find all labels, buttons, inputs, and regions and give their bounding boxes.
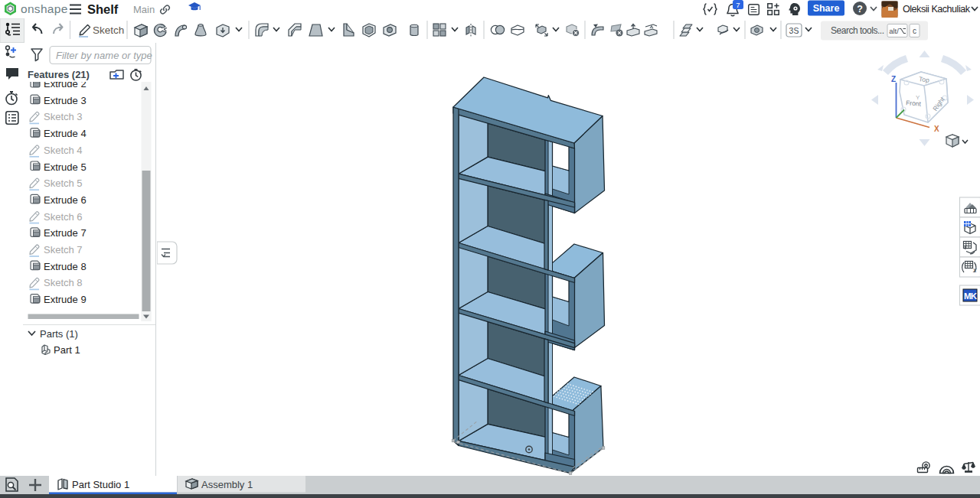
svg-text:Top: Top	[919, 75, 930, 84]
svg-text:Extrude 9: Extrude 9	[44, 294, 87, 305]
svg-text:Main: Main	[133, 4, 155, 15]
svg-text:Extrude 6: Extrude 6	[44, 194, 87, 206]
svg-text:Oleksii Kachuliak: Oleksii Kachuliak	[903, 4, 971, 15]
svg-text:Shelf: Shelf	[87, 2, 119, 16]
svg-text:Sketch: Sketch	[93, 24, 124, 36]
svg-text:Parts (1): Parts (1)	[40, 328, 78, 340]
svg-text:alt/: alt/	[889, 27, 899, 35]
svg-text:Features (21): Features (21)	[28, 69, 90, 80]
svg-text:Sketch 7: Sketch 7	[44, 244, 83, 256]
svg-text:Assembly 1: Assembly 1	[201, 479, 253, 490]
svg-text:Sketch 3: Sketch 3	[44, 111, 83, 122]
svg-text:Extrude 3: Extrude 3	[44, 95, 87, 106]
svg-text:Z: Z	[891, 75, 896, 83]
svg-text:x: x	[972, 266, 977, 274]
svg-text:Part Studio 1: Part Studio 1	[72, 479, 129, 490]
svg-text:Extrude 5: Extrude 5	[44, 161, 87, 173]
svg-text:Search tools...: Search tools...	[831, 25, 884, 36]
svg-text:Extrude 7: Extrude 7	[44, 227, 87, 239]
svg-text:7: 7	[736, 1, 740, 9]
svg-text:Part 1: Part 1	[54, 344, 80, 356]
svg-text:Share: Share	[813, 3, 840, 14]
svg-text:c: c	[913, 27, 916, 35]
svg-text:Filter by name or type: Filter by name or type	[56, 50, 152, 61]
svg-text:Sketch 6: Sketch 6	[44, 211, 83, 223]
svg-text:X: X	[934, 125, 939, 133]
svg-text:Extrude 4: Extrude 4	[44, 128, 87, 139]
svg-text:Y: Y	[916, 94, 920, 101]
svg-text:MK: MK	[964, 291, 978, 301]
svg-text:Extrude 8: Extrude 8	[44, 261, 87, 272]
svg-text:onshape: onshape	[21, 2, 68, 15]
svg-text:3S: 3S	[789, 26, 799, 35]
svg-text:Sketch 5: Sketch 5	[44, 177, 83, 189]
svg-text:?: ?	[857, 4, 863, 15]
svg-text:Sketch 4: Sketch 4	[44, 145, 83, 156]
svg-text:Sketch 8: Sketch 8	[44, 277, 83, 288]
